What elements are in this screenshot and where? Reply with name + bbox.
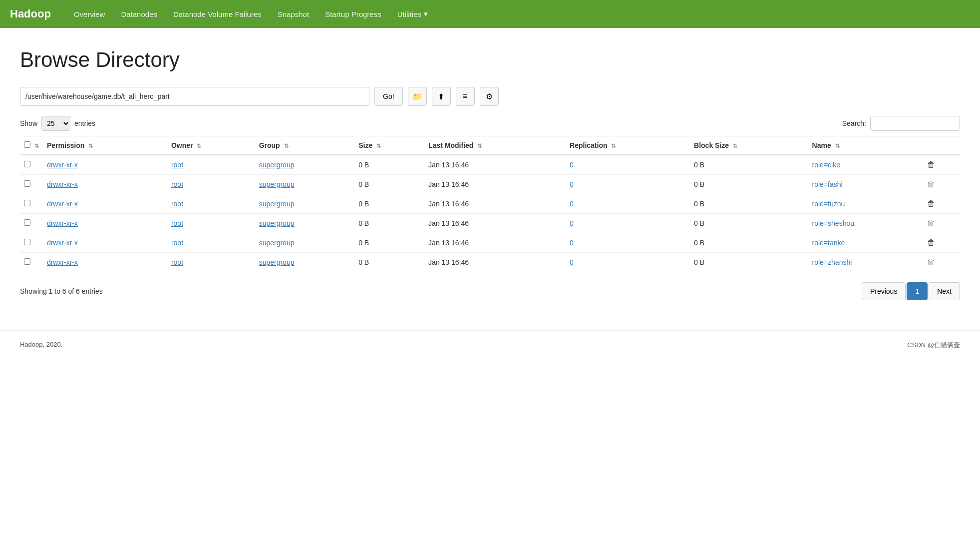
settings-icon-button[interactable]: ⚙ (480, 87, 499, 106)
delete-icon-5[interactable]: 🗑 (927, 258, 935, 266)
row-block-size-5: 0 B (690, 253, 808, 272)
row-replication-2[interactable]: 0 (566, 194, 690, 214)
row-name-1[interactable]: role=fashi (808, 175, 924, 194)
delete-icon-3[interactable]: 🗑 (927, 219, 935, 227)
show-entries: Show 10 25 50 100 entries (20, 116, 95, 131)
row-block-size-1: 0 B (690, 175, 808, 194)
go-button[interactable]: Go! (374, 87, 403, 106)
row-owner-4[interactable]: root (167, 233, 255, 253)
row-checkbox-1[interactable] (20, 175, 43, 194)
delete-icon-0[interactable]: 🗑 (927, 160, 935, 169)
row-owner-0[interactable]: root (167, 155, 255, 175)
nav-item-overview[interactable]: Overview (66, 0, 113, 28)
row-permission-1[interactable]: drwxr-xr-x (43, 175, 167, 194)
page-1-button[interactable]: 1 (907, 282, 928, 300)
row-permission-0[interactable]: drwxr-xr-x (43, 155, 167, 175)
nav-item-datanode-volume-failures[interactable]: Datanode Volume Failures (165, 0, 270, 28)
row-checkbox-2[interactable] (20, 194, 43, 214)
row-permission-2[interactable]: drwxr-xr-x (43, 194, 167, 214)
row-delete-4[interactable]: 🗑 (923, 233, 960, 253)
th-name[interactable]: Name ⇅ (808, 136, 924, 155)
path-input[interactable] (20, 87, 369, 106)
navbar-brand[interactable]: Hadoop (10, 7, 51, 20)
search-bar: Search: (842, 116, 960, 131)
row-owner-2[interactable]: root (167, 194, 255, 214)
footer: Hadoop, 2020. CSDN @仨猫俩壶 (0, 330, 980, 360)
row-checkbox-input-4[interactable] (24, 239, 30, 245)
row-replication-4[interactable]: 0 (566, 233, 690, 253)
row-permission-3[interactable]: drwxr-xr-x (43, 214, 167, 233)
row-owner-1[interactable]: root (167, 175, 255, 194)
row-group-5[interactable]: supergroup (255, 253, 355, 272)
page-title: Browse Directory (20, 48, 960, 72)
checkbox-header[interactable]: ⇅ (20, 136, 43, 155)
th-owner[interactable]: Owner ⇅ (167, 136, 255, 155)
th-group[interactable]: Group ⇅ (255, 136, 355, 155)
nav-item-datanodes[interactable]: Datanodes (113, 0, 165, 28)
row-owner-5[interactable]: root (167, 253, 255, 272)
row-checkbox-input-3[interactable] (24, 219, 30, 226)
gear-icon: ⚙ (486, 92, 493, 101)
search-input[interactable] (870, 116, 960, 131)
next-button[interactable]: Next (929, 282, 960, 300)
row-group-2[interactable]: supergroup (255, 194, 355, 214)
row-checkbox-5[interactable] (20, 253, 43, 272)
row-delete-1[interactable]: 🗑 (923, 175, 960, 194)
delete-icon-1[interactable]: 🗑 (927, 180, 935, 188)
row-owner-3[interactable]: root (167, 214, 255, 233)
row-checkbox-0[interactable] (20, 155, 43, 175)
th-last-modified[interactable]: Last Modified ⇅ (424, 136, 566, 155)
row-last-modified-4: Jan 13 16:46 (424, 233, 566, 253)
showing-text: Showing 1 to 6 of 6 entries (20, 287, 103, 295)
entries-select[interactable]: 10 25 50 100 (41, 116, 70, 131)
row-checkbox-input-5[interactable] (24, 258, 30, 265)
list-icon-button[interactable]: ≡ (456, 87, 475, 106)
main-content: Browse Directory Go! 📁 ⬆ ≡ ⚙ Show 10 25 … (0, 28, 980, 310)
footer-left: Hadoop, 2020. (20, 341, 62, 350)
row-replication-3[interactable]: 0 (566, 214, 690, 233)
th-size[interactable]: Size ⇅ (354, 136, 424, 155)
row-checkbox-3[interactable] (20, 214, 43, 233)
row-name-0[interactable]: role=cike (808, 155, 924, 175)
th-permission[interactable]: Permission ⇅ (43, 136, 167, 155)
row-last-modified-2: Jan 13 16:46 (424, 194, 566, 214)
row-size-5: 0 B (354, 253, 424, 272)
row-group-4[interactable]: supergroup (255, 233, 355, 253)
row-checkbox-input-2[interactable] (24, 200, 30, 206)
row-delete-2[interactable]: 🗑 (923, 194, 960, 214)
row-permission-5[interactable]: drwxr-xr-x (43, 253, 167, 272)
delete-icon-4[interactable]: 🗑 (927, 238, 935, 247)
sort-icon-last-modified: ⇅ (477, 143, 482, 149)
upload-icon-button[interactable]: ⬆ (432, 87, 451, 106)
row-group-0[interactable]: supergroup (255, 155, 355, 175)
row-name-3[interactable]: role=sheshou (808, 214, 924, 233)
previous-button[interactable]: Previous (862, 282, 906, 300)
row-checkbox-input-0[interactable] (24, 161, 30, 167)
row-delete-5[interactable]: 🗑 (923, 253, 960, 272)
delete-icon-2[interactable]: 🗑 (927, 199, 935, 208)
row-group-3[interactable]: supergroup (255, 214, 355, 233)
row-checkbox-input-1[interactable] (24, 180, 30, 187)
row-group-1[interactable]: supergroup (255, 175, 355, 194)
nav-item-utilities[interactable]: Utilities ▾ (389, 0, 436, 28)
row-last-modified-5: Jan 13 16:46 (424, 253, 566, 272)
path-bar: Go! 📁 ⬆ ≡ ⚙ (20, 87, 960, 106)
nav-item-startup-progress[interactable]: Startup Progress (317, 0, 389, 28)
row-delete-3[interactable]: 🗑 (923, 214, 960, 233)
table-row: drwxr-xr-x root supergroup 0 B Jan 13 16… (20, 155, 960, 175)
row-permission-4[interactable]: drwxr-xr-x (43, 233, 167, 253)
row-replication-0[interactable]: 0 (566, 155, 690, 175)
row-replication-5[interactable]: 0 (566, 253, 690, 272)
row-checkbox-4[interactable] (20, 233, 43, 253)
row-replication-1[interactable]: 0 (566, 175, 690, 194)
nav-item-snapshot[interactable]: Snapshot (270, 0, 317, 28)
row-name-4[interactable]: role=tanke (808, 233, 924, 253)
row-delete-0[interactable]: 🗑 (923, 155, 960, 175)
th-block-size[interactable]: Block Size ⇅ (690, 136, 808, 155)
th-replication[interactable]: Replication ⇅ (566, 136, 690, 155)
select-all-checkbox[interactable] (24, 141, 30, 148)
folder-icon-button[interactable]: 📁 (408, 87, 427, 106)
row-name-5[interactable]: role=zhanshi (808, 253, 924, 272)
row-name-2[interactable]: role=fuzhu (808, 194, 924, 214)
row-size-3: 0 B (354, 214, 424, 233)
